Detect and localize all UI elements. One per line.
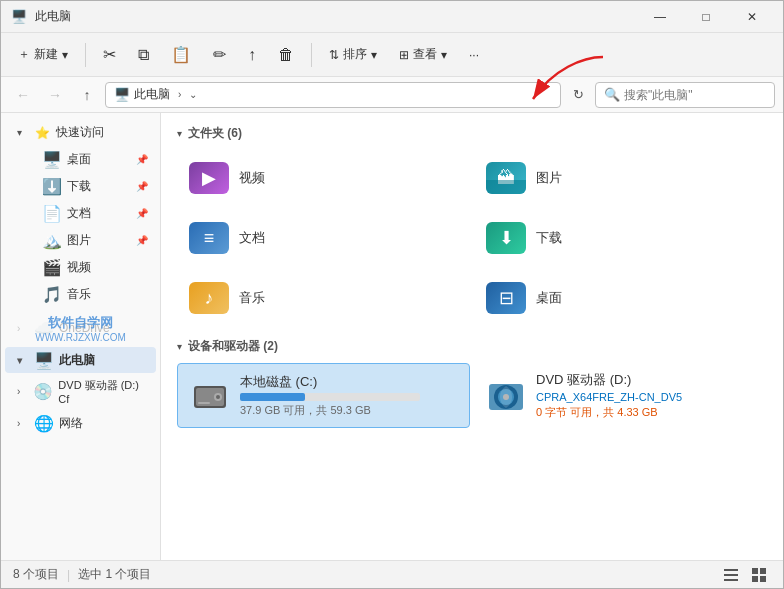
sidebar-pictures-label: 图片 — [67, 232, 91, 249]
copy-button[interactable]: ⧉ — [129, 41, 158, 69]
sidebar-item-thispc[interactable]: ▾ 🖥️ 此电脑 — [5, 347, 156, 373]
status-selected: 选中 1 个项目 — [78, 566, 151, 583]
minimize-button[interactable]: — — [637, 1, 683, 33]
pictures-folder-icon: 🏔 — [486, 162, 526, 194]
quick-access-items: 🖥️ 桌面 📌 ⬇️ 下载 📌 📄 文档 📌 — [1, 146, 160, 307]
videos-icon: 🎬 — [43, 258, 61, 276]
desktop-folder-icon: ⊟ — [486, 282, 526, 314]
sidebar-music-label: 音乐 — [67, 286, 91, 303]
more-button[interactable]: ··· — [460, 43, 488, 67]
onedrive-icon: ☁️ — [35, 319, 53, 337]
music-icon: 🎵 — [43, 285, 61, 303]
sidebar-item-music[interactable]: 🎵 音乐 — [13, 281, 156, 307]
svg-rect-5 — [198, 402, 210, 404]
folder-item-desktop[interactable]: ⊟ 桌面 — [474, 270, 767, 326]
forward-button[interactable]: → — [41, 81, 69, 109]
folders-section-header: ▾ 文件夹 (6) — [177, 125, 767, 142]
grid-view-button[interactable] — [747, 563, 771, 587]
svg-rect-11 — [724, 574, 738, 576]
search-input[interactable] — [624, 88, 766, 102]
folder-item-documents[interactable]: ≡ 文档 — [177, 210, 470, 266]
search-box[interactable]: 🔍 — [595, 82, 775, 108]
svg-rect-14 — [760, 568, 766, 574]
share-button[interactable]: ↑ — [239, 41, 265, 69]
new-icon: ＋ — [18, 46, 30, 63]
sort-chevron-icon: ▾ — [371, 48, 377, 62]
window-controls: — □ ✕ — [637, 1, 775, 33]
back-button[interactable]: ← — [9, 81, 37, 109]
folder-icon-music: ♪ — [189, 278, 229, 318]
svg-rect-10 — [724, 569, 738, 571]
dvd-drive-icon — [488, 378, 524, 414]
sidebar-item-dvd[interactable]: › 💿 DVD 驱动器 (D:) Cf — [5, 374, 156, 409]
address-input[interactable]: 🖥️ 此电脑 › ⌄ — [105, 82, 561, 108]
window-icon: 🖥️ — [9, 7, 29, 27]
documents-folder-icon: ≡ — [189, 222, 229, 254]
folder-icon-downloads: ⬇ — [486, 218, 526, 258]
maximize-button[interactable]: □ — [683, 1, 729, 33]
cut-button[interactable]: ✂ — [94, 40, 125, 69]
svg-rect-16 — [760, 576, 766, 582]
video-folder-icon: ▶ — [189, 162, 229, 194]
folders-grid: ▶ 视频 🏔 图片 ≡ 文档 — [177, 150, 767, 326]
folder-item-pictures[interactable]: 🏔 图片 — [474, 150, 767, 206]
downloads-icon: ⬇️ — [43, 177, 61, 195]
sidebar-item-videos[interactable]: 🎬 视频 — [13, 254, 156, 280]
sidebar-item-desktop[interactable]: 🖥️ 桌面 📌 — [13, 146, 156, 172]
folder-item-video[interactable]: ▶ 视频 — [177, 150, 470, 206]
list-view-button[interactable] — [719, 563, 743, 587]
svg-rect-12 — [724, 579, 738, 581]
more-icon: ··· — [469, 48, 479, 62]
drive-icon-c — [190, 376, 230, 416]
drive-item-c[interactable]: 本地磁盘 (C:) 37.9 GB 可用，共 59.3 GB — [177, 363, 470, 428]
folder-icon-desktop: ⊟ — [486, 278, 526, 318]
drive-d-name1: DVD 驱动器 (D:) — [536, 371, 682, 389]
drive-d-info: DVD 驱动器 (D:) CPRA_X64FRE_ZH-CN_DV5 0 字节 … — [536, 371, 682, 420]
address-bar: ← → ↑ 🖥️ 此电脑 › ⌄ ↻ 🔍 — [1, 77, 783, 113]
up-button[interactable]: ↑ — [73, 81, 101, 109]
sidebar-item-quick-access[interactable]: ▾ ⭐ 快速访问 — [5, 120, 156, 145]
sidebar-item-downloads[interactable]: ⬇️ 下载 📌 — [13, 173, 156, 199]
rename-button[interactable]: ✏ — [204, 40, 235, 69]
pin-icon-3: 📌 — [136, 208, 148, 219]
dvd-icon: 💿 — [34, 383, 52, 401]
quick-access-section: ▾ ⭐ 快速访问 🖥️ 桌面 📌 ⬇️ 下载 📌 — [1, 117, 160, 310]
network-expand-icon: › — [17, 418, 29, 429]
drive-item-d[interactable]: DVD 驱动器 (D:) CPRA_X64FRE_ZH-CN_DV5 0 字节 … — [474, 363, 767, 428]
sidebar-item-pictures[interactable]: 🏔️ 图片 📌 — [13, 227, 156, 253]
folders-section-title: 文件夹 (6) — [188, 125, 242, 142]
address-separator: › — [178, 89, 181, 100]
pictures-icon: 🏔️ — [43, 231, 61, 249]
sidebar-item-documents[interactable]: 📄 文档 📌 — [13, 200, 156, 226]
sidebar-item-onedrive[interactable]: › ☁️ OneDrive — [5, 315, 156, 341]
music-folder-icon: ♪ — [189, 282, 229, 314]
thispc-expand-icon: ▾ — [17, 355, 29, 366]
toolbar: ＋ 新建 ▾ ✂ ⧉ 📋 ✏ ↑ 🗑 ⇅ 排序 ▾ ⊞ 查看 — [1, 33, 783, 77]
onedrive-expand-icon: › — [17, 323, 29, 334]
sort-button[interactable]: ⇅ 排序 ▾ — [320, 41, 386, 68]
folder-item-downloads[interactable]: ⬇ 下载 — [474, 210, 767, 266]
pin-icon-4: 📌 — [136, 235, 148, 246]
star-icon: ⭐ — [35, 126, 50, 140]
sidebar-quick-access-label: 快速访问 — [56, 124, 104, 141]
network-icon: 🌐 — [35, 414, 53, 432]
sidebar-network-label: 网络 — [59, 415, 83, 432]
search-icon: 🔍 — [604, 87, 620, 102]
pin-icon: 📌 — [136, 154, 148, 165]
delete-button[interactable]: 🗑 — [269, 41, 303, 69]
drive-d-size: 0 字节 可用，共 4.33 GB — [536, 405, 682, 420]
folders-expand-icon: ▾ — [177, 128, 182, 139]
toolbar-separator-1 — [85, 43, 86, 67]
new-button[interactable]: ＋ 新建 ▾ — [9, 41, 77, 68]
title-bar: 🖥️ 此电脑 — □ ✕ — [1, 1, 783, 33]
close-button[interactable]: ✕ — [729, 1, 775, 33]
sidebar: ▾ ⭐ 快速访问 🖥️ 桌面 📌 ⬇️ 下载 📌 — [1, 113, 161, 560]
refresh-button[interactable]: ↻ — [565, 82, 591, 108]
drive-c-info: 本地磁盘 (C:) 37.9 GB 可用，共 59.3 GB — [240, 373, 420, 418]
devices-section-title: 设备和驱动器 (2) — [188, 338, 278, 355]
quick-access-expand-icon: ▾ — [17, 127, 29, 138]
paste-button[interactable]: 📋 — [162, 40, 200, 69]
sidebar-item-network[interactable]: › 🌐 网络 — [5, 410, 156, 436]
view-button[interactable]: ⊞ 查看 ▾ — [390, 41, 456, 68]
folder-item-music[interactable]: ♪ 音乐 — [177, 270, 470, 326]
